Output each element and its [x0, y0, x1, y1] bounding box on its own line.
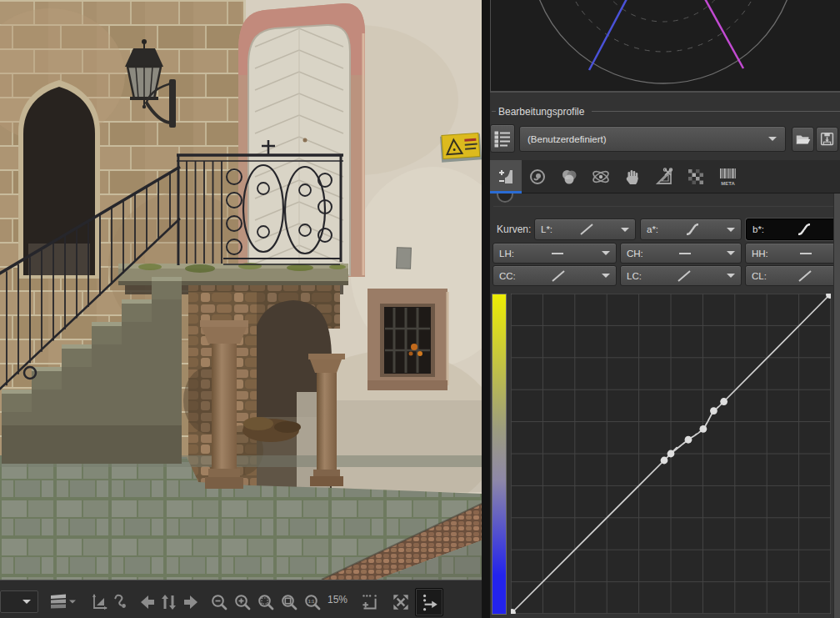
profile-selected-value: (Benutzerdefiniert): [528, 134, 607, 144]
linear-curve-icon: [550, 270, 567, 282]
clip-shadow-icon: [111, 592, 131, 612]
chevron-down-icon: [602, 274, 610, 278]
tool-power-toggle: [497, 193, 513, 203]
curve-select-lc[interactable]: LC:: [620, 265, 742, 286]
fullscreen-button[interactable]: [388, 590, 413, 615]
zoom-fit-button[interactable]: [255, 591, 277, 613]
swap-before-after-button[interactable]: [159, 591, 179, 613]
custom-curve-icon: [684, 224, 701, 235]
profile-select[interactable]: (Benutzerdefiniert): [519, 126, 786, 152]
transform-tab-icon: [654, 167, 674, 187]
flat-curve-icon: [549, 248, 566, 259]
curve-select-b[interactable]: b*:: [746, 219, 840, 240]
curve-select-lh[interactable]: LH:: [492, 243, 617, 264]
panel-scrollbar[interactable]: [833, 193, 840, 618]
tab-color[interactable]: [553, 160, 585, 193]
curve-select-a[interactable]: a*:: [640, 219, 742, 240]
channel-gradient-bar: [492, 294, 507, 615]
curve-label: CC:: [499, 271, 516, 281]
curve-select-l[interactable]: L*:: [534, 219, 636, 240]
clip-highlight-toggle[interactable]: [88, 591, 110, 613]
chevron-down-icon: [727, 228, 735, 232]
arrow-left-icon: [138, 592, 158, 612]
zoom-in-button[interactable]: [232, 591, 253, 613]
curve-label: L*:: [541, 224, 552, 234]
flat-curve-icon: [677, 248, 693, 259]
zoom-100-button[interactable]: 1:1: [302, 591, 323, 613]
color-wheel-icon: [491, 0, 840, 91]
right-panel-toggle-button[interactable]: [415, 588, 443, 616]
tab-advanced[interactable]: [585, 160, 617, 193]
tab-exposure[interactable]: [490, 160, 522, 193]
chevron-down-icon: [69, 600, 76, 603]
save-profile-icon: [818, 130, 837, 148]
advanced-tab-icon: [591, 167, 611, 187]
chevron-down-icon: [22, 600, 31, 604]
curve-editor[interactable]: [511, 294, 831, 614]
section-separator: [493, 206, 834, 207]
hand-tab-icon: [622, 167, 642, 187]
svg-text:META: META: [721, 181, 735, 186]
chevron-down-icon: [768, 137, 777, 141]
curve-select-hh[interactable]: HH:: [745, 243, 840, 264]
profiles-group-label: Bearbeitungsprofile: [498, 106, 584, 118]
arrow-right-icon: [181, 592, 201, 612]
previous-image-button[interactable]: [137, 591, 158, 613]
curve-select-cl[interactable]: CL:: [745, 265, 840, 286]
curve-label: HH:: [752, 249, 768, 259]
view-mode-select[interactable]: [0, 590, 38, 613]
curve-select-cc[interactable]: CC:: [492, 265, 617, 286]
curve-label: a*:: [647, 224, 658, 234]
color-tab-icon: [559, 167, 579, 187]
linear-curve-icon: [578, 224, 595, 235]
tab-metadata[interactable]: META: [712, 160, 743, 193]
curve-select-ch[interactable]: CH:: [620, 243, 742, 264]
detail-window-icon: [358, 591, 380, 613]
arrows-up-down-icon: [159, 592, 179, 612]
open-folder-icon: [794, 130, 812, 148]
image-preview-area[interactable]: [0, 0, 482, 580]
right-panel-toggle-icon: [418, 591, 440, 613]
panel-divider: [482, 0, 490, 618]
clip-highlight-icon: [89, 592, 109, 612]
load-profile-button[interactable]: [792, 127, 814, 152]
zoom-out-icon: [209, 592, 229, 612]
linear-curve-icon: [797, 270, 813, 282]
new-detail-window-button[interactable]: [357, 590, 382, 615]
app-window: 1:1 15%: [0, 0, 840, 618]
tab-detail[interactable]: [522, 160, 553, 193]
photo-preview[interactable]: [0, 0, 482, 580]
zoom-in-icon: [232, 592, 252, 612]
save-profile-button[interactable]: [816, 127, 838, 152]
curves-section-label: Kurven:: [497, 224, 531, 235]
curve-label: CH:: [627, 249, 643, 259]
zoom-out-button[interactable]: [208, 591, 230, 613]
raw-tab-icon: [686, 167, 706, 187]
curve-label: LC:: [627, 271, 642, 281]
tab-local[interactable]: [617, 160, 648, 193]
zoom-crop-icon: [279, 592, 299, 612]
curve-label: CL:: [752, 271, 767, 281]
tab-raw[interactable]: [680, 160, 712, 193]
editor-toolbar: 1:1 15%: [0, 580, 482, 618]
detail-tab-icon: [528, 167, 548, 187]
tool-tab-bar: META: [490, 160, 840, 193]
group-divider: [592, 111, 840, 112]
clip-shadow-toggle[interactable]: [110, 591, 132, 613]
profile-list-button[interactable]: [490, 124, 515, 153]
profile-list-icon: [492, 128, 512, 148]
next-image-button[interactable]: [180, 591, 202, 613]
linear-curve-icon: [676, 270, 692, 282]
curve-label: b*:: [752, 224, 764, 234]
zoom-crop-button[interactable]: [278, 591, 300, 613]
custom-curve-icon: [796, 224, 812, 235]
flat-curve-icon: [798, 248, 814, 259]
color-wheel-display: [490, 0, 840, 93]
tools-panel: Bearbeitungsprofile (Benutzerdefiniert): [490, 0, 840, 618]
chevron-down-icon: [602, 251, 610, 255]
zoom-level-label: 15%: [328, 594, 348, 605]
pipeline-profile-button[interactable]: [43, 589, 82, 614]
tab-transform[interactable]: [648, 160, 680, 193]
chevron-down-icon: [727, 251, 735, 255]
curve-label: LH:: [499, 249, 514, 259]
